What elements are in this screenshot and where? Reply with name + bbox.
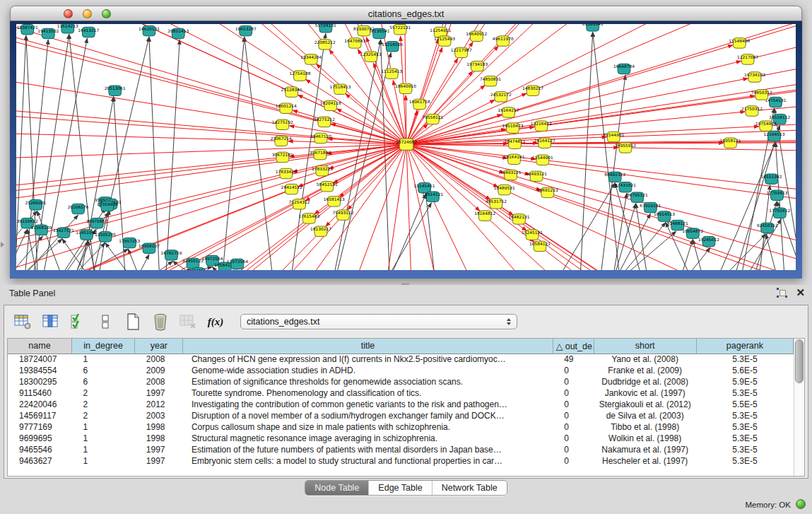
graph-node[interactable]: 19413502 — [37, 28, 59, 38]
graph-node[interactable]: 87431021 — [615, 182, 636, 192]
graph-node[interactable]: 81381041 — [582, 24, 604, 31]
close-panel-icon[interactable]: ✕ — [796, 288, 805, 298]
graph-node[interactable]: 16958107 — [139, 243, 160, 253]
cell-name[interactable]: 22420046 — [8, 399, 71, 410]
cell-title[interactable]: Changes of HCN gene expression and I(f) … — [183, 354, 553, 365]
graph-node[interactable]: 20513061 — [105, 86, 126, 95]
column-display-icon[interactable] — [40, 313, 60, 331]
zoom-window-icon[interactable] — [102, 9, 111, 18]
graph-node[interactable]: 18164161 — [503, 154, 524, 164]
graph-node[interactable]: 19510473 — [502, 123, 524, 133]
cell-pagerank[interactable]: 5.3E-5 — [696, 444, 793, 455]
column-header-pagerank[interactable]: pagerank — [696, 339, 793, 354]
cell-in_degree[interactable]: 1 — [71, 444, 134, 455]
table-select-dropdown[interactable]: citations_edges.txt — [240, 314, 517, 329]
column-header-short[interactable]: short — [594, 339, 696, 354]
collapse-panel-icon[interactable] — [1, 242, 4, 247]
table-row[interactable]: 911546021997Tourette syndrome. Phenomeno… — [8, 387, 794, 399]
cell-out_de[interactable]: 0 — [553, 387, 594, 399]
cell-name[interactable]: 18724007 — [8, 354, 71, 365]
tab-edge-table[interactable]: Edge Table — [368, 481, 431, 495]
cell-title[interactable]: Disruption of a novel member of a sodium… — [183, 410, 553, 421]
cell-title[interactable]: Estimation of the future numbers of pati… — [183, 444, 553, 455]
graph-node[interactable]: 12340561 — [188, 268, 209, 270]
cell-name[interactable]: 14569117 — [8, 410, 71, 421]
table-row[interactable]: 946362711997Embryonic stem cells: a mode… — [8, 455, 794, 467]
cell-year[interactable]: 1997 — [135, 387, 183, 399]
graph-node[interactable]: 14754131 — [765, 97, 786, 107]
graph-node[interactable]: 30672181 — [272, 152, 293, 162]
cell-title[interactable]: Structural magnetic resonance image aver… — [183, 433, 553, 444]
column-header-title[interactable]: title — [183, 339, 553, 354]
cell-out_de[interactable]: 0 — [553, 421, 594, 433]
cell-name[interactable]: 9699695 — [8, 433, 71, 444]
column-header-in_degree[interactable]: in_degree — [71, 339, 134, 354]
cell-in_degree[interactable]: 1 — [71, 421, 134, 433]
tab-node-table[interactable]: Node Table — [305, 481, 368, 495]
close-window-icon[interactable] — [64, 9, 73, 18]
cell-in_degree[interactable]: 1 — [71, 433, 134, 444]
graph-node[interactable]: 14830217 — [522, 86, 543, 95]
cell-year[interactable]: 2008 — [135, 376, 183, 387]
graph-node[interactable]: 12125493 — [434, 36, 455, 46]
graph-node[interactable]: 18640910 — [395, 83, 416, 93]
table-row[interactable]: 2242004622012Investigating the contribut… — [8, 399, 794, 410]
graph-node[interactable]: 11614213 — [57, 24, 78, 33]
graph-node[interactable]: 16955912 — [615, 143, 636, 153]
cell-in_degree[interactable]: 6 — [71, 376, 134, 387]
cell-out_de[interactable]: 0 — [553, 455, 594, 467]
memory-status-icon[interactable] — [796, 499, 806, 509]
graph-node[interactable]: 11568109 — [30, 225, 52, 235]
table-row[interactable]: 977716911998Corpus callosum shape and si… — [8, 421, 794, 433]
cell-name[interactable]: 9777169 — [8, 421, 71, 433]
column-header-year[interactable]: year — [135, 339, 183, 354]
cell-out_de[interactable]: 0 — [553, 376, 594, 387]
graph-node[interactable]: 14275192 — [272, 119, 293, 129]
column-header-out_de[interactable]: △ out_de… — [553, 339, 594, 354]
cell-year[interactable]: 2009 — [135, 365, 183, 376]
graph-node[interactable]: 67919101 — [640, 202, 661, 212]
cell-short[interactable]: Dudbridge et al. (2008) — [594, 376, 696, 387]
delete-rows-icon[interactable] — [151, 313, 170, 331]
graph-node[interactable]: 17703413 — [766, 190, 787, 200]
graph-node[interactable]: 17615443 — [298, 214, 319, 223]
cell-out_de[interactable]: 0 — [553, 444, 594, 455]
cell-short[interactable]: Yano et al. (2008) — [594, 354, 696, 365]
graph-node[interactable]: 16961758 — [409, 99, 430, 109]
graph-node[interactable]: 12754188 — [289, 71, 310, 81]
graph-node[interactable]: 16482131 — [508, 214, 529, 224]
graph-node[interactable]: 10584121 — [529, 241, 551, 251]
cell-pagerank[interactable]: 5.3E-5 — [696, 354, 793, 365]
cell-out_de[interactable]: 0 — [553, 410, 594, 421]
cell-title[interactable]: Estimation of significance thresholds fo… — [183, 376, 553, 387]
graph-node[interactable]: 17957253 — [119, 238, 140, 247]
graph-node[interactable]: 19734103 — [744, 72, 765, 82]
graph-node[interactable]: 11544901 — [532, 155, 553, 165]
graph-node[interactable]: 12217987 — [451, 47, 472, 57]
graph-node[interactable]: 16551342 — [761, 174, 782, 184]
cell-year[interactable]: 1997 — [135, 444, 183, 455]
new-table-icon[interactable] — [123, 313, 143, 331]
graph-node[interactable]: 13216412 — [531, 121, 552, 131]
cell-year[interactable]: 2008 — [135, 354, 183, 365]
graph-node[interactable]: 18914513 — [654, 211, 675, 221]
cell-title[interactable]: Corpus callosum shape and size in male p… — [183, 421, 553, 433]
cell-year[interactable]: 2003 — [135, 410, 183, 421]
graph-node[interactable]: 18130217 — [310, 226, 331, 236]
cell-out_de[interactable]: 49 — [553, 354, 594, 365]
cell-pagerank[interactable]: 5.3E-5 — [696, 433, 793, 444]
minimize-window-icon[interactable] — [83, 9, 92, 18]
graph-node[interactable]: 11125413 — [381, 69, 402, 78]
graph-node[interactable]: 20206576 — [68, 204, 89, 214]
cell-short[interactable]: Stergiakouli et al. (2012) — [594, 399, 696, 410]
graph-node[interactable]: 22085212 — [314, 40, 336, 49]
graph-node[interactable]: 49611970 — [493, 36, 514, 46]
graph-node[interactable]: 17359928 — [97, 201, 118, 211]
graph-node[interactable]: 14620131 — [139, 25, 160, 35]
tab-network-table[interactable]: Network Table — [432, 481, 507, 495]
cell-pagerank[interactable]: 5.3E-5 — [696, 410, 793, 421]
cell-pagerank[interactable]: 5.5E-5 — [696, 399, 793, 410]
cell-title[interactable]: Genome-wide association studies in ADHD. — [183, 365, 553, 376]
row-height-icon[interactable] — [95, 313, 115, 331]
cell-in_degree[interactable]: 2 — [71, 387, 134, 399]
